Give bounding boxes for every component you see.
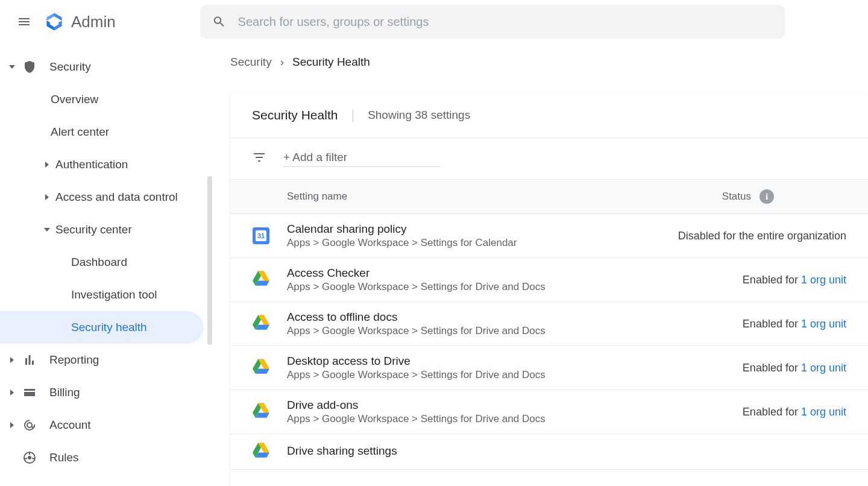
table-row[interactable]: Access CheckerApps > Google Workspace > … [230, 258, 868, 302]
main-content: Security › Security Health Security Heal… [212, 43, 868, 486]
sidebar-item-reporting[interactable]: Reporting [0, 344, 212, 376]
chevron-right-icon [8, 422, 16, 428]
sidebar-item-label: Reporting [49, 353, 99, 367]
sidebar-item-rules[interactable]: Rules [0, 441, 212, 474]
sidebar-item-label: Authentication [55, 158, 128, 171]
sidebar-item-security-health[interactable]: Security health [0, 311, 204, 344]
column-status[interactable]: Status i [722, 189, 846, 204]
menu-icon[interactable] [10, 7, 39, 36]
sidebar-item-label: Security health [71, 321, 147, 334]
chevron-down-icon [43, 227, 51, 233]
sidebar-item-label: Alert center [51, 125, 109, 139]
chevron-right-icon [43, 194, 51, 200]
org-unit-link[interactable]: 1 org unit [801, 406, 846, 418]
setting-name: Access Checker [287, 267, 743, 280]
setting-name: Drive add-ons [287, 399, 743, 412]
sidebar-item-label: Access and data control [55, 191, 178, 204]
app-header: Admin [0, 0, 868, 43]
sidebar-item-label: Account [49, 418, 91, 432]
filter-icon[interactable] [252, 150, 266, 167]
drive-icon [252, 315, 270, 333]
setting-path: Apps > Google Workspace > Settings for D… [287, 281, 743, 293]
chevron-right-icon [8, 390, 16, 396]
drive-icon [252, 403, 270, 421]
sidebar-item-investigation[interactable]: Investigation tool [0, 279, 212, 311]
table-header: Setting name Status i [230, 179, 868, 214]
admin-logo-icon [43, 11, 65, 33]
at-sign-icon [20, 418, 39, 432]
card-subtitle: Showing 38 settings [368, 109, 470, 122]
breadcrumb-parent[interactable]: Security [230, 55, 272, 69]
search-icon [212, 14, 226, 29]
setting-name: Calendar sharing policy [287, 222, 678, 236]
setting-name: Desktop access to Drive [287, 355, 743, 368]
table-row[interactable]: 31Calendar sharing policyApps > Google W… [230, 214, 868, 258]
sidebar-item-security-center[interactable]: Security center [0, 213, 212, 246]
sidebar-item-access-data[interactable]: Access and data control [0, 181, 212, 213]
breadcrumb-current: Security Health [292, 55, 370, 69]
setting-name: Access to offline docs [287, 311, 743, 324]
sidebar-item-label: Investigation tool [71, 288, 157, 301]
sidebar-item-authentication[interactable]: Authentication [0, 148, 212, 181]
card-header: Security Health | Showing 38 settings [230, 93, 868, 138]
sidebar-item-dashboard[interactable]: Dashboard [0, 246, 212, 279]
shield-icon [20, 60, 39, 74]
status-text: Enabled for [743, 362, 801, 374]
setting-status: Enabled for 1 org unit [743, 362, 846, 374]
chevron-right-icon: › [280, 55, 284, 69]
status-text: Enabled for [743, 274, 801, 286]
breadcrumb: Security › Security Health [212, 43, 868, 75]
setting-status: Enabled for 1 org unit [743, 274, 846, 286]
drive-icon [252, 359, 270, 377]
sidebar-item-label: Security [49, 60, 91, 74]
column-status-label: Status [722, 191, 751, 203]
table-row[interactable]: Access to offline docsApps > Google Work… [230, 302, 868, 346]
table-row[interactable]: Drive sharing settings [230, 434, 868, 470]
info-icon[interactable]: i [760, 189, 774, 204]
app-logo[interactable]: Admin [43, 11, 116, 33]
steering-wheel-icon [20, 450, 39, 465]
setting-name: Drive sharing settings [287, 444, 846, 458]
sidebar: Security Overview Alert center Authentic… [0, 43, 212, 486]
org-unit-link[interactable]: 1 org unit [801, 362, 846, 374]
credit-card-icon [20, 385, 39, 400]
row-text: Drive sharing settings [287, 444, 846, 459]
row-text: Calendar sharing policyApps > Google Wor… [287, 222, 678, 249]
chevron-down-icon [8, 64, 16, 70]
divider: | [351, 107, 354, 123]
table-row[interactable]: Drive add-onsApps > Google Workspace > S… [230, 390, 868, 434]
status-text: Disabled for the entire organization [678, 230, 846, 242]
scrollbar[interactable] [207, 176, 212, 345]
sidebar-item-security[interactable]: Security [0, 51, 212, 83]
add-filter-button[interactable]: + Add a filter [283, 151, 440, 167]
card-title: Security Health [252, 108, 338, 122]
search-input[interactable] [238, 15, 773, 29]
row-text: Access to offline docsApps > Google Work… [287, 311, 743, 337]
setting-path: Apps > Google Workspace > Settings for D… [287, 369, 743, 381]
sidebar-item-overview[interactable]: Overview [0, 83, 212, 116]
sidebar-item-alert-center[interactable]: Alert center [0, 116, 212, 148]
row-text: Access CheckerApps > Google Workspace > … [287, 267, 743, 293]
security-health-card: Security Health | Showing 38 settings + … [230, 93, 868, 486]
search-bar[interactable] [200, 5, 785, 39]
bar-chart-icon [20, 353, 39, 367]
org-unit-link[interactable]: 1 org unit [801, 274, 846, 286]
svg-point-1 [28, 456, 31, 459]
column-setting-name[interactable]: Setting name [287, 191, 722, 203]
filter-row: + Add a filter [230, 138, 868, 179]
setting-status: Disabled for the entire organization [678, 230, 846, 242]
sidebar-item-label: Billing [49, 386, 80, 399]
chevron-right-icon [43, 162, 51, 168]
sidebar-item-label: Overview [51, 93, 98, 106]
sidebar-item-label: Rules [49, 451, 79, 464]
status-text: Enabled for [743, 318, 801, 330]
sidebar-item-billing[interactable]: Billing [0, 376, 212, 409]
setting-path: Apps > Google Workspace > Settings for D… [287, 413, 743, 425]
sidebar-item-account[interactable]: Account [0, 409, 212, 441]
drive-icon [252, 443, 270, 461]
table-row[interactable]: Desktop access to DriveApps > Google Wor… [230, 346, 868, 390]
org-unit-link[interactable]: 1 org unit [801, 318, 846, 330]
setting-status: Enabled for 1 org unit [743, 406, 846, 418]
setting-path: Apps > Google Workspace > Settings for C… [287, 237, 678, 249]
chevron-right-icon [8, 357, 16, 363]
